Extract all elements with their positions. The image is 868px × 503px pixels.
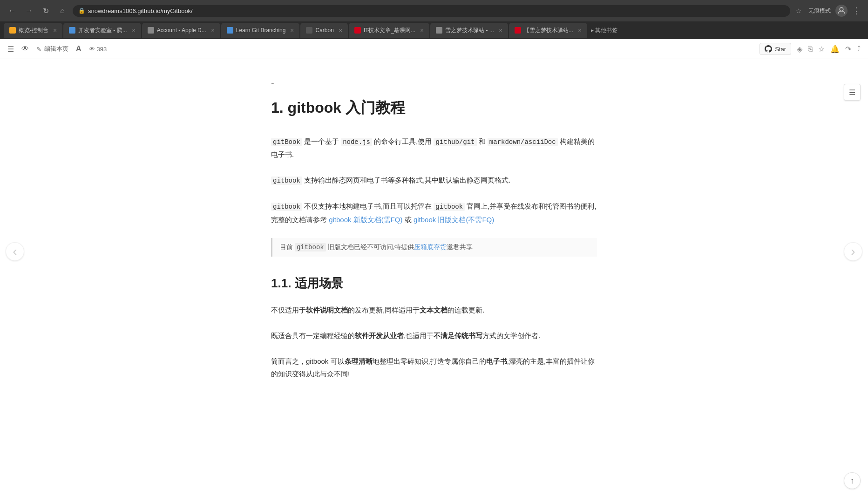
tab-icon-gitbranching [227,27,233,34]
tabs-more-button[interactable]: ▸ 其他书签 [588,27,620,34]
tab-mooc[interactable]: IT技术文章_慕课网... ✕ [349,23,429,38]
bold-text-docs: 文本文档 [420,306,448,314]
toolbar-right: Star ◈ ⎘ ☆ 🔔 ↷ ⤴ [760,43,861,55]
tab-apple[interactable]: Account - Apple D... ✕ [142,23,220,38]
tab-close-snow1[interactable]: ✕ [499,28,502,33]
tab-icon-mooc [354,27,361,34]
bold-software-dev: 软件开发从业者 [355,332,404,340]
tab-close-mooc[interactable]: ✕ [420,28,424,33]
tab-icon-apple [148,27,154,34]
tab-devlab[interactable]: 开发者实验室 - 腾... ✕ [63,23,141,38]
left-arrow-icon: ‹ [13,244,17,259]
edit-page-button[interactable]: ✎ 编辑本页 [36,45,68,53]
tab-close-carbon[interactable]: ✕ [339,28,342,33]
page-dash: - [271,78,597,88]
tab-label-overview: 概览-控制台 [19,27,48,34]
bold-organized: 条理清晰 [345,357,373,365]
address-bar[interactable]: 🔒 snowdreams1006.github.io/myGitbook/ [73,5,790,17]
content-area: - 1. gitbook 入门教程 gitBook 是一个基于 node.js … [234,59,634,478]
code-gitbook2: gitbook [271,177,302,185]
main-layout: ‹ ☰ ↑ - 1. gitbook 入门教程 gitBook 是一个基于 no… [0,59,868,478]
bold-software-docs: 软件说明文档 [306,306,348,314]
tab-snow2[interactable]: 【雪之梦技术驿站... ✕ [509,23,587,38]
tab-icon-devlab [69,27,75,34]
browser-actions: ☆ 无痕模式 ⋮ [794,4,862,18]
github-logo-icon [765,45,772,53]
tab-snow1[interactable]: 雪之梦技术驿站 - ... ✕ [430,23,508,38]
bold-traditional-writing: 不满足传统书写 [434,332,482,340]
home-button[interactable]: ⌂ [56,4,69,17]
code-gitbook: gitBook [271,138,302,146]
tab-close-snow2[interactable]: ✕ [578,28,582,33]
section1-para1: 不仅适用于软件说明文档的发布更新,同样适用于文本文档的连载更新. [271,301,597,319]
code-gitbook5: gitbook [295,243,326,252]
tab-label-mooc: IT技术文章_慕课网... [364,27,415,34]
rss-icon[interactable]: ◈ [797,45,802,54]
code-gitbook3: gitbook [271,203,302,211]
menu-icon: ☰ [849,88,855,97]
new-docs-link[interactable]: gitbook 新版文档(需FQ) [329,216,402,224]
blockquote-suffix: 邀君共享 [447,243,473,251]
paragraph-2: gitbook 支持输出静态网页和电子书等多种格式,其中默认输出静态网页格式. [271,171,597,190]
archive-link[interactable]: 压箱底存货 [414,243,447,251]
tab-icon-overview [9,27,16,34]
github-star-button[interactable]: Star [760,43,791,55]
views-counter: 👁 393 [89,46,107,53]
tab-label-apple: Account - Apple D... [157,27,206,34]
notification-icon[interactable]: 🔔 [830,45,840,54]
back-button[interactable]: ← [6,4,19,17]
main-title: 1. gitbook 入门教程 [271,98,597,118]
more-options-button[interactable]: ⋮ [850,4,862,18]
views-count: 393 [97,46,107,53]
star-bookmark-icon[interactable]: ☆ [818,45,825,54]
paragraph-1: gitBook 是一个基于 node.js 的命令行工具,使用 github/g… [271,132,597,163]
blockquote-text: 目前 gitbook 旧版文档已经不可访问,特提供 [280,243,414,251]
tab-close-gitbranching[interactable]: ✕ [290,28,294,33]
share-icon[interactable]: ⎘ [808,45,813,53]
menu-toggle-button[interactable]: ☰ [844,84,861,101]
incognito-label: 无痕模式 [807,5,833,17]
tab-carbon[interactable]: Carbon ✕ [300,23,347,38]
tab-close-devlab[interactable]: ✕ [132,28,136,33]
share2-icon[interactable]: ⤴ [857,45,861,53]
eye-icon[interactable]: 👁 [21,45,29,53]
right-arrow-icon: › [851,244,855,259]
code-github-git: github/git [434,138,476,146]
browser-chrome: ← → ↻ ⌂ 🔒 snowdreams1006.github.io/myGit… [0,0,868,39]
tab-gitbranching[interactable]: Learn Git Branching ✕ [221,23,300,38]
incognito-badge [835,5,848,17]
forward-button[interactable]: → [22,4,35,17]
blockquote-note: 目前 gitbook 旧版文档已经不可访问,特提供压箱底存货邀君共享 [271,238,597,257]
old-docs-link[interactable]: gitbook 旧版文档(不需FQ) [414,216,494,224]
code-gitbook4: gitbook [434,203,465,211]
code-nodejs: node.js [341,138,372,146]
edit-icon: ✎ [36,46,41,53]
reload-button[interactable]: ↻ [39,4,52,17]
tab-close-overview[interactable]: ✕ [53,28,57,33]
code-markdown: markdown/asciiDoc [488,138,558,146]
bold-ebook: 电子书 [486,357,507,365]
svg-point-0 [840,7,843,11]
star-label: Star [775,46,786,53]
section1-para3: 简而言之，gitbook 可以条理清晰地整理出零碎知识,打造专属你自己的电子书,… [271,352,597,383]
tabs-bar: 概览-控制台 ✕ 开发者实验室 - 腾... ✕ Account - Apple… [0,21,868,39]
tab-icon-snow2 [515,27,521,34]
tab-overview[interactable]: 概览-控制台 ✕ [4,23,62,38]
next-page-button[interactable]: › [844,242,862,261]
history-icon[interactable]: ↷ [845,45,851,54]
tab-label-snow2: 【雪之梦技术驿站... [524,27,573,34]
tab-label-snow1: 雪之梦技术驿站 - ... [445,27,494,34]
edit-label: 编辑本页 [44,45,68,53]
tab-label-devlab: 开发者实验室 - 腾... [78,27,127,34]
bookmark-star-icon[interactable]: ☆ [794,5,804,16]
prev-page-button[interactable]: ‹ [6,242,24,261]
tab-close-apple[interactable]: ✕ [211,28,215,33]
font-icon[interactable]: A [76,45,81,53]
tab-label-carbon: Carbon [315,27,333,34]
tab-icon-carbon [306,27,312,34]
hamburger-icon[interactable]: ☰ [7,45,14,54]
lock-icon: 🔒 [78,7,85,14]
paragraph-3: gitbook 不仅支持本地构建电子书,而且可以托管在 gitbook 官网上,… [271,197,597,228]
scroll-to-top-button[interactable]: ↑ [844,472,861,478]
up-arrow-icon: ↑ [850,476,854,479]
